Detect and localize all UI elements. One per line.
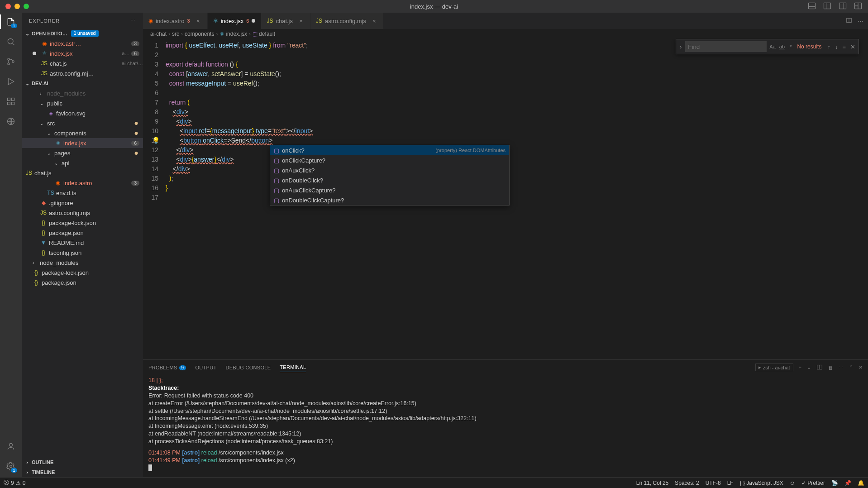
suggest-item[interactable]: ▢onClickCapture?: [270, 155, 509, 165]
file-item[interactable]: ›node_modules: [22, 88, 143, 98]
terminal-selector[interactable]: ▸ zsh - ai-chat: [755, 364, 793, 371]
file-item[interactable]: ◆.gitignore: [22, 198, 143, 208]
status-feedback-icon[interactable]: ☺: [790, 480, 795, 486]
toggle-panel-icon[interactable]: [807, 1, 816, 12]
breadcrumb[interactable]: ai-chat›src›components›⚛index.jsx›⬚defau…: [143, 29, 868, 39]
search-icon[interactable]: [5, 36, 16, 47]
svg-marker-14: [9, 78, 14, 84]
status-pin-icon[interactable]: 📌: [844, 480, 851, 486]
suggest-item[interactable]: ▢onAuxClickCapture?: [270, 185, 509, 195]
tab-debug[interactable]: DEBUG CONSOLE: [225, 363, 271, 372]
file-item[interactable]: ◉index.astro3: [22, 178, 143, 188]
editor-tab[interactable]: JSchat.js×: [261, 13, 310, 29]
outline-header[interactable]: ›OUTLINE: [22, 457, 143, 467]
split-terminal-icon[interactable]: [816, 364, 823, 371]
timeline-header[interactable]: ›TIMELINE: [22, 467, 143, 477]
explorer-icon[interactable]: 1: [5, 16, 16, 27]
panel-more-icon[interactable]: ⋯: [839, 364, 844, 370]
sidebar-more-icon[interactable]: ⋯: [130, 18, 136, 24]
status-problems[interactable]: ⓧ 9 ⚠ 0: [4, 479, 25, 487]
status-bell-icon[interactable]: 🔔: [858, 480, 864, 486]
suggest-item[interactable]: ▢onDoubleClick?: [270, 175, 509, 185]
find-close-icon[interactable]: ✕: [849, 43, 857, 50]
settings-icon[interactable]: 1: [5, 461, 16, 472]
status-eol[interactable]: LF: [727, 480, 734, 486]
source-control-icon[interactable]: [5, 56, 16, 67]
svg-rect-19: [12, 102, 14, 105]
new-terminal-icon[interactable]: +: [799, 365, 801, 370]
panel-tabs: PROBLEMS9 OUTPUT DEBUG CONSOLE TERMINAL …: [143, 360, 868, 375]
close-window[interactable]: [5, 4, 11, 9]
file-item[interactable]: JSastro.config.mjs: [22, 208, 143, 218]
file-item[interactable]: {}tsconfig.json: [22, 248, 143, 258]
status-encoding[interactable]: UTF-8: [706, 480, 721, 486]
editor-more-icon[interactable]: ⋯: [858, 18, 863, 24]
find-next-icon[interactable]: ↓: [834, 43, 839, 50]
tab-actions: ⋯: [841, 13, 868, 29]
file-item[interactable]: ◈favicon.svg: [22, 108, 143, 118]
find-prev-icon[interactable]: ↑: [826, 43, 832, 50]
open-editor-item[interactable]: ◉index.astr…3: [22, 38, 143, 48]
file-item[interactable]: {}package-lock.json: [22, 218, 143, 228]
code-editor[interactable]: › Aa ab .* No results ↑ ↓ ≡ ✕ 1234567891…: [143, 39, 868, 359]
editor-tab[interactable]: JSastro.config.mjs×: [310, 13, 384, 29]
status-live-icon[interactable]: 📡: [831, 480, 838, 486]
toggle-sidebar-icon[interactable]: [823, 1, 832, 12]
maximize-panel-icon[interactable]: ⌃: [849, 364, 853, 370]
folder-item[interactable]: ⌄public: [22, 98, 143, 108]
status-language[interactable]: { } JavaScript JSX: [740, 480, 783, 486]
suggest-item[interactable]: ▢onDoubleClickCapture?: [270, 195, 509, 205]
file-item[interactable]: ▼README.md: [22, 238, 143, 248]
status-spaces[interactable]: Spaces: 2: [675, 480, 699, 486]
account-icon[interactable]: [5, 441, 16, 452]
open-editor-item[interactable]: JSchat.jsai-chat/…: [22, 58, 143, 68]
remote-icon[interactable]: [5, 116, 16, 127]
terminal-dropdown-icon[interactable]: ⌄: [807, 364, 811, 370]
maximize-window[interactable]: [24, 4, 29, 9]
minimize-window[interactable]: [14, 4, 20, 9]
run-debug-icon[interactable]: [5, 76, 16, 87]
folder-item[interactable]: ⌄pages●: [22, 148, 143, 158]
split-editor-icon[interactable]: [846, 17, 852, 25]
file-item[interactable]: ⚛index.jsx6: [22, 138, 143, 148]
folder-item[interactable]: ›node_modules: [22, 258, 143, 268]
open-editors-header[interactable]: ⌄OPEN EDITO… 1 unsaved: [22, 29, 143, 38]
svg-line-10: [12, 43, 14, 45]
terminal-output[interactable]: 18 | }; Stacktrace: Error: Request faile…: [143, 375, 868, 477]
open-editor-item[interactable]: ⚛index.jsxa…6: [22, 48, 143, 58]
customize-layout-icon[interactable]: [854, 1, 863, 12]
folder-item[interactable]: ⌄src●: [22, 118, 143, 128]
suggest-item[interactable]: ▢onAuxClick?: [270, 165, 509, 175]
folder-item[interactable]: ⌄api: [22, 158, 143, 168]
project-header[interactable]: ⌄DEV-AI: [22, 78, 143, 88]
suggest-item[interactable]: ▢onClick?(property) React.DOMAttributes: [270, 145, 509, 155]
file-item[interactable]: JSchat.js: [22, 168, 143, 178]
regex-icon[interactable]: .*: [787, 43, 792, 50]
file-item[interactable]: TSenv.d.ts: [22, 188, 143, 198]
whole-word-icon[interactable]: ab: [778, 43, 786, 50]
tab-terminal[interactable]: TERMINAL: [280, 363, 306, 372]
toggle-secondary-icon[interactable]: [838, 1, 847, 12]
file-item[interactable]: {}package.json: [22, 277, 143, 287]
status-prettier[interactable]: ✓ Prettier: [801, 480, 825, 486]
open-editor-item[interactable]: JSastro.config.mj…: [22, 68, 143, 78]
folder-item[interactable]: ⌄components●: [22, 128, 143, 138]
svg-point-13: [12, 61, 14, 62]
find-selection-icon[interactable]: ≡: [841, 43, 847, 50]
svg-point-11: [8, 58, 10, 60]
code-content[interactable]: import { useEffect, useRef, useState } f…: [166, 39, 868, 359]
extensions-icon[interactable]: [5, 96, 16, 107]
editor-tab[interactable]: ⚛index.jsx6: [208, 13, 262, 29]
file-item[interactable]: {}package-lock.json: [22, 268, 143, 277]
svg-point-21: [10, 443, 13, 446]
file-item[interactable]: {}package.json: [22, 228, 143, 238]
editor-tab[interactable]: ◉index.astro3×: [143, 13, 208, 29]
find-input[interactable]: [685, 41, 767, 52]
close-panel-icon[interactable]: ✕: [858, 364, 863, 370]
status-cursor[interactable]: Ln 11, Col 25: [636, 480, 668, 486]
tab-problems[interactable]: PROBLEMS9: [148, 363, 186, 372]
tab-output[interactable]: OUTPUT: [195, 363, 216, 372]
match-case-icon[interactable]: Aa: [768, 43, 776, 50]
kill-terminal-icon[interactable]: 🗑: [828, 365, 833, 370]
find-expand-icon[interactable]: ›: [678, 43, 683, 50]
